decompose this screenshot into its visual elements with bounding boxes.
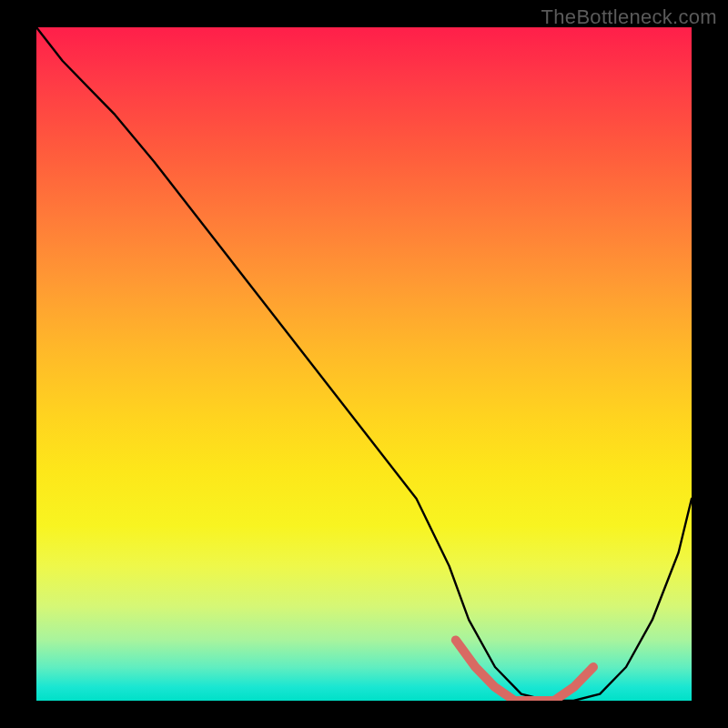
plot-area bbox=[36, 27, 692, 701]
watermark-text: TheBottleneck.com bbox=[541, 5, 717, 29]
curve-layer bbox=[36, 27, 692, 701]
bottleneck-curve bbox=[36, 27, 692, 701]
chart-container: TheBottleneck.com bbox=[0, 0, 728, 728]
highlight-curve bbox=[456, 640, 593, 701]
